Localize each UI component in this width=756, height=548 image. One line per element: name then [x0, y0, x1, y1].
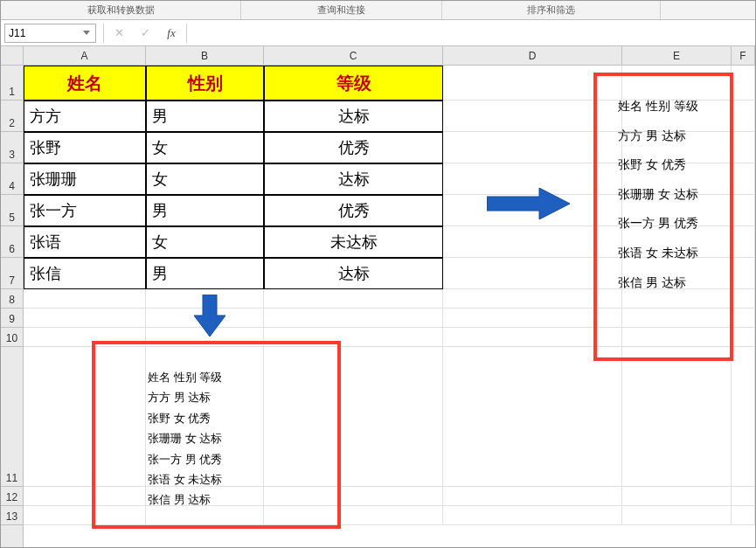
col-header-E[interactable]: E — [622, 46, 732, 65]
cell[interactable] — [732, 195, 755, 226]
cell[interactable] — [622, 66, 732, 101]
cell[interactable] — [443, 163, 622, 195]
row-header[interactable]: 6 — [1, 226, 23, 258]
cell[interactable] — [622, 487, 732, 506]
row-header[interactable]: 5 — [1, 195, 23, 226]
formula-input[interactable] — [189, 24, 755, 43]
cell[interactable] — [443, 347, 622, 487]
cell[interactable]: 张语 — [24, 226, 146, 258]
row-header[interactable]: 9 — [1, 309, 23, 328]
row-header[interactable]: 4 — [1, 163, 23, 195]
cell[interactable]: 达标 — [264, 101, 443, 132]
cell[interactable] — [443, 66, 622, 101]
row-header[interactable]: 2 — [1, 101, 23, 132]
cell[interactable]: 女 — [146, 163, 264, 195]
cell[interactable] — [443, 289, 622, 309]
row-header[interactable]: 1 — [1, 66, 23, 101]
cell[interactable] — [24, 328, 146, 347]
cell[interactable] — [732, 163, 755, 195]
cell[interactable]: 达标 — [264, 163, 443, 195]
row-header[interactable]: 11 — [1, 347, 23, 487]
cell[interactable] — [732, 101, 755, 132]
cell[interactable]: 张珊珊 — [24, 163, 146, 195]
cell[interactable] — [443, 309, 622, 328]
cell[interactable]: 张一方 — [24, 195, 146, 226]
cell[interactable]: 未达标 — [264, 226, 443, 258]
cell[interactable] — [443, 101, 622, 132]
cell[interactable] — [622, 258, 732, 289]
row-header[interactable]: 8 — [1, 289, 23, 309]
row-header[interactable]: 12 — [1, 487, 23, 506]
chevron-down-icon[interactable] — [80, 27, 93, 39]
cell[interactable]: 方方 — [24, 101, 146, 132]
cell[interactable] — [264, 347, 443, 487]
cell[interactable] — [732, 66, 755, 101]
cell[interactable] — [24, 487, 146, 506]
cell[interactable] — [732, 487, 755, 506]
cell[interactable]: 男 — [146, 258, 264, 289]
cell[interactable] — [622, 328, 732, 347]
cell[interactable] — [622, 506, 732, 525]
row-header[interactable]: 7 — [1, 258, 23, 289]
cell[interactable] — [622, 163, 732, 195]
cell[interactable]: 男 — [146, 195, 264, 226]
row-header[interactable]: 3 — [1, 132, 23, 163]
row-header[interactable]: 10 — [1, 328, 23, 347]
cell[interactable] — [732, 347, 755, 487]
cell[interactable] — [622, 101, 732, 132]
cell[interactable] — [443, 506, 622, 525]
cell[interactable] — [622, 309, 732, 328]
cell[interactable] — [732, 328, 755, 347]
cell[interactable] — [264, 289, 443, 309]
cell[interactable] — [146, 487, 264, 506]
col-header-D[interactable]: D — [443, 46, 622, 65]
cell[interactable] — [24, 289, 146, 309]
cell[interactable] — [732, 226, 755, 258]
cells-area[interactable]: 姓名 性别 等级 方方 男 达标 张野 — [24, 66, 755, 547]
cell[interactable] — [622, 226, 732, 258]
cell[interactable] — [622, 347, 732, 487]
cell[interactable] — [146, 289, 264, 309]
cell[interactable] — [622, 195, 732, 226]
row-header[interactable]: 13 — [1, 506, 23, 525]
cell[interactable] — [264, 328, 443, 347]
select-all-corner[interactable] — [1, 46, 24, 66]
cell[interactable] — [24, 506, 146, 525]
cell[interactable]: 姓名 — [24, 66, 146, 101]
name-box[interactable]: J11 — [4, 24, 96, 43]
cell[interactable]: 性别 — [146, 66, 264, 101]
cell[interactable]: 等级 — [264, 66, 443, 101]
cell[interactable] — [732, 289, 755, 309]
cell[interactable]: 张野 — [24, 132, 146, 163]
cell[interactable] — [622, 132, 732, 163]
cell[interactable] — [146, 506, 264, 525]
cell[interactable] — [146, 328, 264, 347]
cell[interactable] — [146, 347, 264, 487]
cell[interactable]: 女 — [146, 226, 264, 258]
cell[interactable] — [732, 309, 755, 328]
cell[interactable]: 优秀 — [264, 195, 443, 226]
cell[interactable] — [732, 258, 755, 289]
cell[interactable]: 达标 — [264, 258, 443, 289]
cell[interactable] — [264, 506, 443, 525]
cell[interactable] — [443, 487, 622, 506]
sheet-area[interactable]: A B C D E F 1 2 3 4 5 6 7 8 9 10 11 12 — [1, 46, 755, 547]
cell[interactable] — [443, 132, 622, 163]
confirm-icon[interactable]: ✓ — [132, 24, 158, 43]
cell[interactable] — [146, 309, 264, 328]
cell[interactable]: 男 — [146, 101, 264, 132]
cell[interactable]: 女 — [146, 132, 264, 163]
cell[interactable] — [732, 132, 755, 163]
cell[interactable] — [264, 309, 443, 328]
cell[interactable] — [622, 289, 732, 309]
cancel-icon[interactable]: ✕ — [106, 24, 132, 43]
cell[interactable]: 优秀 — [264, 132, 443, 163]
cell[interactable] — [443, 258, 622, 289]
col-header-F[interactable]: F — [732, 46, 755, 65]
cell[interactable]: 张信 — [24, 258, 146, 289]
cell[interactable] — [443, 328, 622, 347]
cell[interactable] — [443, 195, 622, 226]
col-header-B[interactable]: B — [146, 46, 264, 65]
cell[interactable] — [264, 487, 443, 506]
cell[interactable] — [443, 226, 622, 258]
